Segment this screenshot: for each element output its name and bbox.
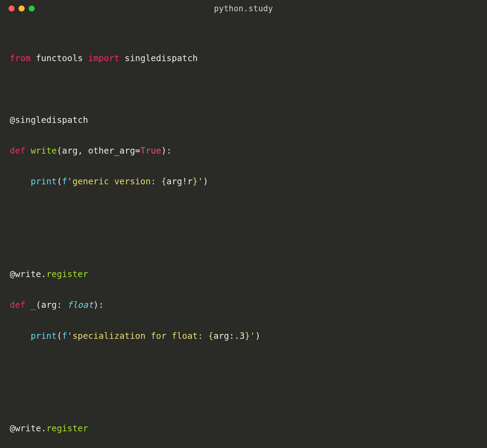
function-name: write	[31, 146, 57, 156]
decorator: @write	[10, 269, 41, 279]
maximize-icon[interactable]	[29, 5, 35, 12]
module-name: functools	[36, 53, 83, 63]
decorator-attr: register	[46, 423, 88, 433]
code-line: from functools import singledispatch	[10, 51, 477, 66]
close-icon[interactable]	[9, 5, 15, 12]
function-name: _	[31, 300, 36, 310]
blank-line	[10, 390, 477, 406]
import-name: singledispatch	[125, 53, 198, 63]
window-title: python.study	[214, 4, 273, 13]
code-window: python.study from functools import singl…	[0, 0, 487, 448]
keyword-from: from	[10, 53, 31, 63]
code-line: @write.register	[10, 421, 477, 436]
code-line: @write.register	[10, 267, 477, 282]
decorator: @write	[10, 423, 41, 433]
fstring-interp: arg:.3	[213, 331, 245, 341]
code-line: print(f'specialization for float: {arg:.…	[10, 328, 477, 344]
decorator-attr: register	[46, 269, 88, 279]
blank-line	[10, 236, 477, 251]
blank-line	[10, 205, 477, 221]
code-editor[interactable]: from functools import singledispatch @si…	[0, 17, 487, 448]
keyword-def: def	[10, 146, 25, 156]
code-line: def write(arg, other_arg=True):	[10, 143, 477, 159]
builtin-print: print	[31, 176, 57, 186]
keyword-import: import	[88, 53, 119, 63]
minimize-icon[interactable]	[19, 5, 25, 12]
titlebar: python.study	[0, 0, 487, 17]
constant-true: True	[140, 146, 161, 156]
code-line: print(f'generic version: {arg!r}')	[10, 174, 477, 189]
string-literal: 'generic version:	[67, 176, 161, 186]
keyword-def: def	[10, 300, 25, 310]
decorator: @singledispatch	[10, 115, 88, 125]
string-literal: 'specialization for float:	[67, 331, 208, 341]
blank-line	[10, 359, 477, 375]
code-line: def _(arg: float):	[10, 297, 477, 313]
code-line: @singledispatch	[10, 113, 477, 128]
fstring-interp: arg!r	[166, 176, 193, 186]
builtin-print: print	[31, 331, 57, 341]
traffic-lights	[9, 5, 35, 12]
blank-line	[10, 82, 477, 97]
type-annotation: float	[67, 300, 93, 310]
